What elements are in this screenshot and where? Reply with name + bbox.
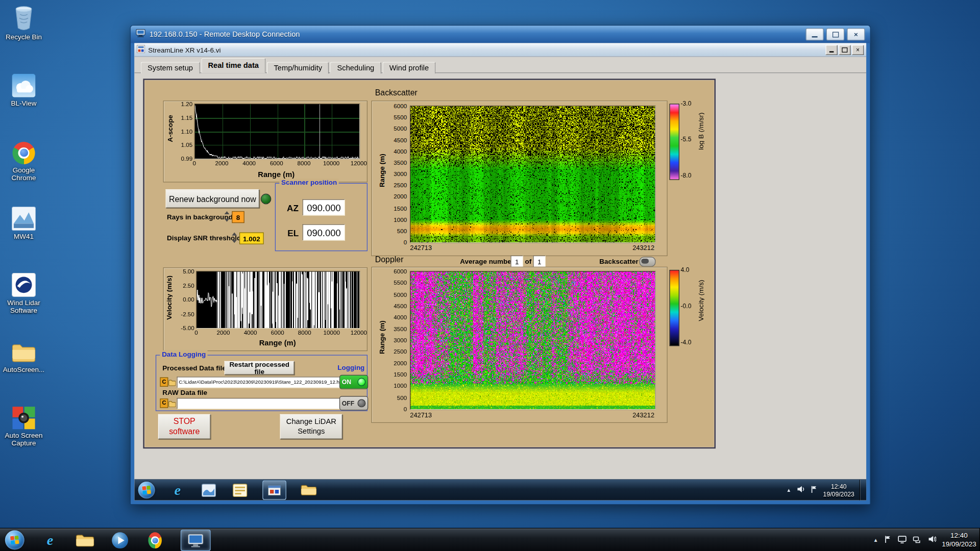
- remote-session-screen: StreamLine XR v14-6.vi × System setupRea…: [134, 43, 866, 500]
- tick-label: 1.05: [173, 141, 192, 148]
- rdc-titlebar[interactable]: 192.168.0.150 - Remote Desktop Connectio…: [131, 26, 870, 43]
- host-taskbar-rdp-button-active[interactable]: [181, 530, 211, 551]
- tick-label: 6000: [264, 329, 291, 336]
- desktop-icon-wind-lidar[interactable]: Wind Lidar Software: [1, 270, 46, 314]
- host-start-button[interactable]: [5, 531, 24, 550]
- doppler-x-end: 243212: [604, 411, 654, 419]
- change-line2: Settings: [298, 427, 325, 436]
- app-minimize-button[interactable]: [826, 45, 838, 55]
- host-taskbar-internet-explorer-icon[interactable]: e: [41, 531, 60, 549]
- remote-taskbar-app-blue-icon[interactable]: [200, 482, 217, 498]
- restart-processed-file-button[interactable]: Restart processed file: [225, 361, 295, 375]
- host-tray-network-icon[interactable]: [913, 535, 922, 546]
- remote-taskbar-app-notes-icon[interactable]: [231, 482, 249, 498]
- renew-background-button[interactable]: Renew background now: [165, 189, 259, 208]
- host-tray-chevron-icon[interactable]: ▲: [873, 537, 878, 543]
- tick-label: 1000: [388, 383, 407, 389]
- tick-label: 500: [388, 228, 407, 234]
- tab-wind-profile[interactable]: Wind profile: [382, 62, 436, 73]
- rdc-restore-button[interactable]: [826, 28, 845, 40]
- backscatter-cb-tick-bottom: -8.0: [680, 172, 702, 179]
- tick-label: 0: [183, 329, 210, 336]
- remote-show-desktop-button[interactable]: [860, 480, 864, 500]
- host-tray-flag-icon[interactable]: [884, 535, 892, 546]
- velocity-ylabel: Velocity (m/s): [165, 276, 173, 320]
- remote-taskbar-explorer-folder-icon[interactable]: [300, 482, 317, 498]
- raw-path-browse-icon[interactable]: [168, 398, 176, 410]
- backscatter-display-toggle[interactable]: [640, 257, 656, 267]
- tab-system-setup[interactable]: System setup: [141, 62, 200, 73]
- tick-label: 4500: [388, 303, 407, 309]
- change-lidar-settings-button[interactable]: Change LiDAR Settings: [280, 414, 342, 439]
- snr-spinner[interactable]: [232, 233, 237, 243]
- remote-taskbar-internet-explorer-icon[interactable]: e: [169, 482, 186, 498]
- processed-path-browse-icon[interactable]: [168, 378, 176, 389]
- raw-path-field[interactable]: [177, 398, 340, 409]
- average-number-field[interactable]: 1: [510, 256, 523, 267]
- remote-desktop-window: 192.168.0.150 - Remote Desktop Connectio…: [130, 25, 871, 505]
- doppler-cb-tick-bottom: -4.0: [680, 339, 702, 345]
- rays-in-background-label: Rays in background: [167, 213, 233, 221]
- app-restore-button[interactable]: [839, 45, 850, 55]
- tab-temp-humidity[interactable]: Temp/humidity: [267, 62, 329, 73]
- tick-label: 6000: [263, 160, 290, 166]
- off-led: [357, 399, 365, 407]
- average-total-field[interactable]: 1: [533, 256, 545, 267]
- host-tray-rdp-monitor-icon[interactable]: [897, 535, 906, 546]
- processed-logging-toggle[interactable]: ON: [339, 375, 368, 389]
- rays-spinner[interactable]: [225, 211, 230, 222]
- desktop-icon-recycle-bin[interactable]: Recycle Bin: [1, 5, 46, 41]
- tick-label: 4000: [237, 329, 264, 336]
- velocity-canvas: [197, 272, 359, 328]
- rdc-computer-icon: [136, 29, 146, 40]
- stop-software-button[interactable]: STOP software: [158, 414, 211, 439]
- tick-label: 12000: [345, 329, 373, 336]
- raw-logging-toggle[interactable]: OFF: [339, 396, 368, 410]
- scanner-position-title: Scanner position: [279, 179, 339, 186]
- stop-line1: STOP: [174, 417, 195, 427]
- host-tray-volume-icon[interactable]: [927, 535, 936, 546]
- tab-real-time-data[interactable]: Real time data: [201, 58, 266, 73]
- processed-path-field[interactable]: C:\LidarA\Data\Proc\2023\202309\20230919…: [177, 377, 340, 388]
- host-taskbar-chrome-icon[interactable]: [145, 531, 164, 549]
- doppler-cb-label: Velocity (m/s): [697, 280, 704, 321]
- app-close-button[interactable]: ×: [852, 45, 864, 55]
- desktop-icon-mw41[interactable]: MW41: [1, 204, 46, 240]
- desktop-icon-auto-screen-capture[interactable]: Auto Screen Capture: [1, 404, 46, 447]
- remote-tray-flag-icon[interactable]: [810, 485, 818, 496]
- backscatter-cb-tick-top: -3.0: [680, 100, 702, 107]
- snr-value-field[interactable]: 1.002: [239, 233, 264, 244]
- tab-scheduling[interactable]: Scheduling: [330, 62, 381, 73]
- host-clock[interactable]: 12:40 19/09/2023: [942, 532, 976, 549]
- rays-value-field[interactable]: 8: [232, 211, 244, 223]
- remote-taskbar-streamline-xr-icon[interactable]: [262, 481, 286, 500]
- desktop-icon-google-chrome[interactable]: Google Chrome: [1, 138, 46, 182]
- tick-label: 1500: [388, 205, 407, 211]
- snr-threshold-label: Display SNR threshold: [167, 234, 241, 242]
- app-titlebar[interactable]: StreamLine XR v14-6.vi ×: [134, 43, 866, 57]
- doppler-canvas: [410, 272, 655, 409]
- desktop-icon-bl-view[interactable]: BL-View: [1, 71, 46, 108]
- windows-flag-icon: [142, 486, 151, 494]
- remote-clock[interactable]: 12:40 19/09/2023: [823, 482, 854, 498]
- remote-tray-volume-icon[interactable]: [796, 485, 805, 496]
- desktop-icon-autoscreen[interactable]: AutoScreen...: [1, 337, 46, 373]
- az-field[interactable]: 090.000: [303, 199, 345, 216]
- rdc-minimize-button[interactable]: [805, 28, 824, 40]
- processed-path-drive-icon[interactable]: C: [160, 378, 168, 387]
- tick-label: 3000: [388, 337, 407, 343]
- raw-path-drive-icon[interactable]: C: [160, 398, 168, 408]
- stop-line2: software: [169, 427, 200, 436]
- a-scope-plot-area: [194, 104, 360, 159]
- raw-data-file-label: RAW Data file: [162, 389, 207, 396]
- remote-tray-chevron-icon[interactable]: ▲: [786, 487, 791, 493]
- rdc-close-button[interactable]: ×: [847, 28, 865, 40]
- google-chrome-icon: [1, 138, 46, 164]
- tick-label: 2000: [388, 193, 407, 200]
- host-taskbar-explorer-folder-icon[interactable]: [76, 531, 94, 549]
- remote-start-button[interactable]: [138, 482, 155, 498]
- el-field[interactable]: 090.000: [303, 224, 345, 241]
- doppler-graph: Range (m) 242713 243212 6000550050004500…: [371, 267, 667, 423]
- host-taskbar-media-player-icon[interactable]: [111, 531, 130, 549]
- remote-taskbar: e ▲: [134, 479, 866, 500]
